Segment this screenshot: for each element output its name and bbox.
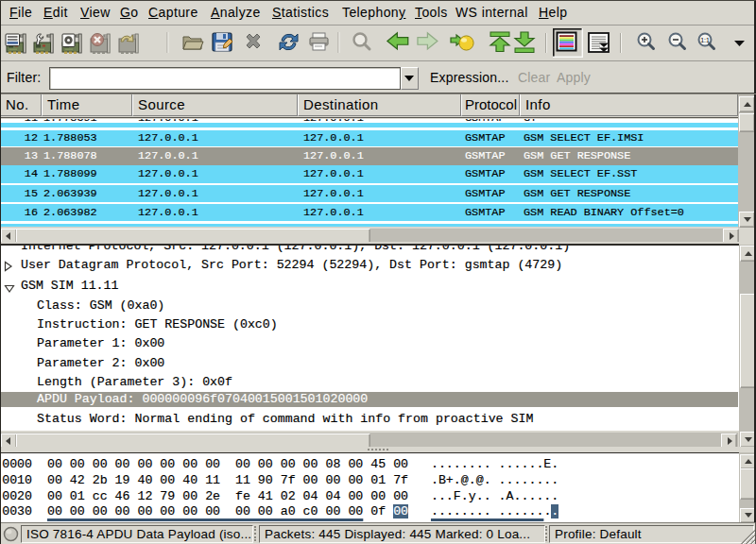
svg-text:1:1: 1:1 — [700, 37, 710, 43]
